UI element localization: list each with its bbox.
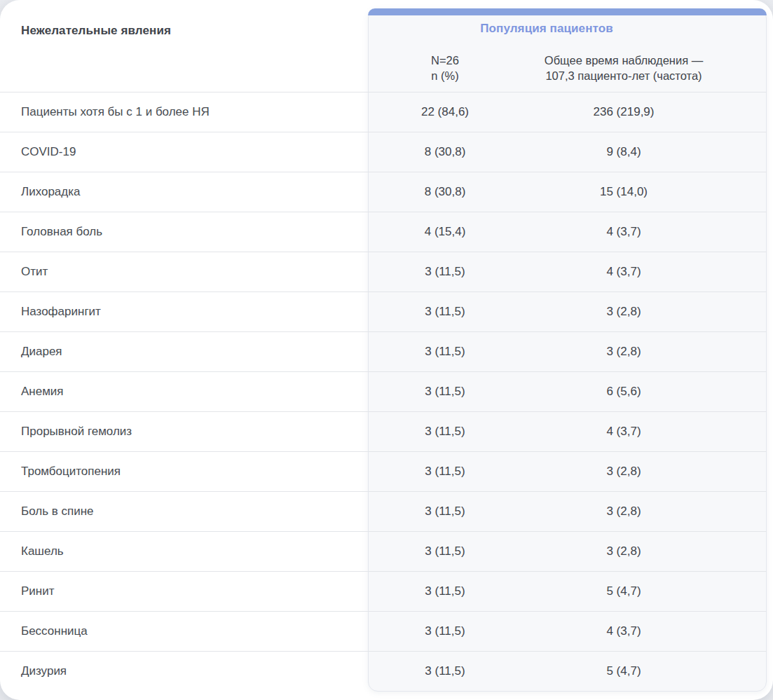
adverse-event-label: Назофарингит — [0, 292, 368, 331]
rate-value: 3 (2,8) — [522, 332, 725, 371]
rate-value: 3 (2,8) — [522, 292, 725, 331]
row-filler — [725, 452, 767, 491]
table-header-row: Нежелательные явления Популяция пациенто… — [0, 0, 767, 92]
table-row: Лихорадка 8 (30,8) 15 (14,0) — [0, 172, 767, 212]
table-row: Бессонница 3 (11,5) 4 (3,7) — [0, 611, 767, 651]
n-percent-value: 3 (11,5) — [368, 252, 522, 291]
n-percent-value: 4 (15,4) — [368, 212, 522, 252]
n-percent-value: 8 (30,8) — [368, 132, 522, 172]
n-percent-value: 3 (11,5) — [368, 572, 522, 611]
row-filler — [725, 252, 767, 291]
adverse-event-label: Боль в спине — [0, 492, 368, 531]
row-filler — [725, 212, 767, 252]
column-header-rate-line2: 107,3 пациенто-лет (частота) — [522, 68, 725, 83]
row-filler — [725, 572, 767, 611]
rate-value: 3 (2,8) — [522, 452, 725, 491]
adverse-event-label: Пациенты хотя бы с 1 и более НЯ — [0, 92, 368, 132]
adverse-events-table-card: Нежелательные явления Популяция пациенто… — [0, 0, 773, 700]
n-percent-value: 3 (11,5) — [368, 612, 522, 651]
row-filler — [725, 612, 767, 651]
n-percent-value: 3 (11,5) — [368, 412, 522, 451]
adverse-event-label: Головная боль — [0, 212, 368, 252]
adverse-event-label: Кашель — [0, 532, 368, 571]
table-row: Назофарингит 3 (11,5) 3 (2,8) — [0, 291, 767, 331]
table-body: Пациенты хотя бы с 1 и более НЯ 22 (84,6… — [0, 92, 767, 691]
adverse-event-label: Тромбоцитопения — [0, 452, 368, 491]
table-row: Отит 3 (11,5) 4 (3,7) — [0, 252, 767, 291]
table-row: Головная боль 4 (15,4) 4 (3,7) — [0, 212, 767, 252]
rate-value: 5 (4,7) — [522, 572, 725, 611]
column-header-rate-line1: Общее время наблюдения — — [522, 53, 725, 68]
column-header-observation-rate: Общее время наблюдения — 107,3 пациенто-… — [522, 53, 725, 92]
column-header-n-line1: N=26 — [368, 53, 522, 68]
rate-value: 3 (2,8) — [522, 532, 725, 571]
table-row: Тромбоцитопения 3 (11,5) 3 (2,8) — [0, 451, 767, 491]
table-row: COVID-19 8 (30,8) 9 (8,4) — [0, 132, 767, 172]
table-row: Кашель 3 (11,5) 3 (2,8) — [0, 531, 767, 571]
rate-value: 6 (5,6) — [522, 372, 725, 411]
rate-value: 3 (2,8) — [522, 492, 725, 531]
n-percent-value: 22 (84,6) — [368, 92, 522, 132]
row-filler — [725, 132, 767, 172]
n-percent-value: 3 (11,5) — [368, 652, 522, 691]
table-row: Дизурия 3 (11,5) 5 (4,7) — [0, 651, 767, 691]
adverse-event-label: Отит — [0, 252, 368, 291]
adverse-event-label: COVID-19 — [0, 132, 368, 172]
table-row: Диарея 3 (11,5) 3 (2,8) — [0, 331, 767, 371]
rate-value: 4 (3,7) — [522, 252, 725, 291]
adverse-event-label: Бессонница — [0, 612, 368, 651]
row-filler — [725, 412, 767, 451]
row-filler — [725, 172, 767, 212]
rate-value: 4 (3,7) — [522, 412, 725, 451]
table-row: Прорывной гемолиз 3 (11,5) 4 (3,7) — [0, 411, 767, 451]
n-percent-value: 3 (11,5) — [368, 452, 522, 491]
table-row: Ринит 3 (11,5) 5 (4,7) — [0, 571, 767, 611]
row-filler — [725, 372, 767, 411]
column-group-header-population: Популяция пациентов — [368, 22, 725, 45]
adverse-events-table: Нежелательные явления Популяция пациенто… — [0, 0, 767, 691]
n-percent-value: 3 (11,5) — [368, 372, 522, 411]
n-percent-value: 3 (11,5) — [368, 292, 522, 331]
row-filler — [725, 492, 767, 531]
table-row: Боль в спине 3 (11,5) 3 (2,8) — [0, 491, 767, 531]
n-percent-value: 8 (30,8) — [368, 172, 522, 212]
rate-value: 236 (219,9) — [522, 92, 725, 132]
rate-value: 9 (8,4) — [522, 132, 725, 172]
adverse-event-label: Ринит — [0, 572, 368, 611]
row-filler — [725, 92, 767, 132]
rate-value: 5 (4,7) — [522, 652, 725, 691]
row-filler — [725, 532, 767, 571]
row-filler — [725, 292, 767, 331]
adverse-event-label: Лихорадка — [0, 172, 368, 212]
column-header-adverse-events: Нежелательные явления — [0, 0, 368, 92]
row-filler — [725, 652, 767, 691]
column-header-n-pct: N=26 n (%) — [368, 53, 522, 92]
n-percent-value: 3 (11,5) — [368, 532, 522, 571]
adverse-event-label: Прорывной гемолиз — [0, 412, 368, 451]
adverse-event-label: Дизурия — [0, 652, 368, 691]
rate-value: 15 (14,0) — [522, 172, 725, 212]
table-row: Пациенты хотя бы с 1 и более НЯ 22 (84,6… — [0, 92, 767, 132]
n-percent-value: 3 (11,5) — [368, 332, 522, 371]
rate-value: 4 (3,7) — [522, 212, 725, 252]
adverse-event-label: Анемия — [0, 372, 368, 411]
row-filler — [725, 332, 767, 371]
table-row: Анемия 3 (11,5) 6 (5,6) — [0, 371, 767, 411]
adverse-event-label: Диарея — [0, 332, 368, 371]
rate-value: 4 (3,7) — [522, 612, 725, 651]
column-header-n-line2: n (%) — [368, 68, 522, 83]
n-percent-value: 3 (11,5) — [368, 492, 522, 531]
